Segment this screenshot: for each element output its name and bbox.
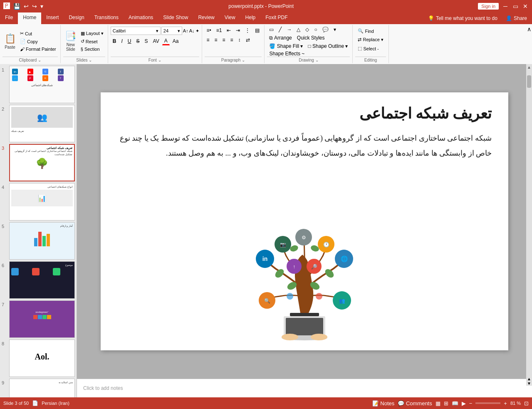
slide-item-8[interactable]: 8 Aol. [2,340,75,377]
close-button[interactable]: ✕ [522,3,529,10]
slide-item-7[interactable]: 7 sixdegrees° [2,300,75,338]
font-case-button[interactable]: Aa [171,37,181,45]
scroll-thumb[interactable] [527,75,531,88]
redo-icon[interactable]: ↪ [31,2,38,10]
increase-indent-button[interactable]: ⇥ [234,27,242,34]
italic-button[interactable]: I [119,37,125,45]
slide-thumb-5[interactable]: آمار و ارقام [9,222,75,260]
slide-sorter-button[interactable]: ⊞ [444,400,448,407]
reset-button[interactable]: ↺ Reset [79,38,105,45]
tab-help[interactable]: Help [240,12,261,24]
text-direction-button[interactable]: ⇄ [244,36,252,44]
notes-area[interactable]: Click to add notes [77,379,532,397]
tab-foxit[interactable]: Foxit PDF [260,12,292,24]
shape-arrow-icon[interactable]: → [285,26,294,33]
increase-font-button[interactable]: A↑ [183,28,188,33]
comments-button[interactable]: 💬 Comments [398,400,432,407]
shape-callout-icon[interactable]: 💬 [320,26,331,33]
justify-button[interactable]: ≡ [228,36,235,44]
slide-thumb-6[interactable]: موضوع [9,261,75,299]
quick-styles-button[interactable]: Quick Styles [295,34,327,42]
sign-in-button[interactable]: Sign in [478,3,499,10]
find-button[interactable]: 🔍 Find [355,27,386,35]
slide-title[interactable]: تعریف شبکه اجتماعی [117,105,492,122]
align-left-button[interactable]: ≡ [205,36,212,44]
normal-view-button[interactable]: ▦ [435,400,440,407]
tell-me-bar[interactable]: 💡 Tell me what you want to do [425,12,501,24]
font-size-selector[interactable]: 24▾ [161,27,182,35]
scroll-up-arrow[interactable]: ▲ [526,64,532,70]
slide-item-1[interactable]: 1 in ▶ G f 🐦 P R T شبکه‌های اجتماعی [2,66,75,103]
collapse-ribbon-button[interactable]: ∧ [526,25,532,63]
layout-button[interactable]: ▦ Layout ▾ [79,30,105,37]
arrange-button[interactable]: ⧉ Arrange [267,34,294,42]
restore-button[interactable]: ▭ [512,3,519,10]
shape-triangle-icon[interactable]: △ [294,26,302,33]
fit-slide-button[interactable]: ⊡ [524,400,529,407]
new-slide-button[interactable]: 📑 NewSlide [63,30,78,53]
reading-view-button[interactable]: 📖 [452,400,458,407]
paste-button[interactable]: 📋 Paste [2,30,17,53]
select-button[interactable]: ⬚ Select - [355,45,386,52]
bold-button[interactable]: B [111,37,119,45]
slide-item-9[interactable]: 9 متن اسلاید نه [2,379,75,397]
slide-item-2[interactable]: 2 👥 تعریف شبکه [2,105,75,142]
cut-button[interactable]: ✂ Cut [18,30,58,37]
tab-home[interactable]: Home [18,12,41,24]
strikethrough-button[interactable]: S [134,37,142,45]
char-spacing-button[interactable]: AV [151,37,161,45]
tab-animations[interactable]: Animations [124,12,158,24]
shape-oval-icon[interactable]: ○ [312,26,319,33]
vertical-scrollbar[interactable]: ▲ ▼ [526,64,532,386]
replace-button[interactable]: ⇄ Replace ▾ [355,36,386,43]
tab-transitions[interactable]: Transitions [89,12,124,24]
notes-button[interactable]: 📝 Notes [372,400,395,407]
slide-item-5[interactable]: 5 آمار و ارقام [2,222,75,260]
slide-body-text[interactable]: شبکه اجتماعی ساختاری اجتماعی است که از گ… [117,131,492,161]
zoom-out-button[interactable]: − [469,400,473,407]
share-button[interactable]: 👤 Share [501,12,532,24]
shape-rect-icon[interactable]: ▭ [267,26,276,33]
format-painter-button[interactable]: 🖌 Format Painter [18,46,58,52]
slide-thumb-4[interactable]: انواع شبکه‌های اجتماعی 📊 [9,183,75,221]
columns-button[interactable]: ▤ [253,27,262,34]
tab-slideshow[interactable]: Slide Show [158,12,193,24]
decrease-font-button[interactable]: A↓ [189,28,195,33]
align-right-button[interactable]: ≡ [220,36,228,44]
minimize-button[interactable]: ─ [502,3,509,10]
copy-button[interactable]: 📄 Copy [18,38,58,45]
shapes-more-icon[interactable]: ▾ [332,26,338,33]
slideshow-button[interactable]: ▶ [462,400,466,407]
next-slide-icon[interactable]: ▼ [527,381,531,386]
shape-outline-button[interactable]: □ Shape Outline ▾ [306,42,350,50]
slide-thumb-2[interactable]: 👥 تعریف شبکه [9,105,75,142]
shadow-button[interactable]: S [143,37,150,45]
shape-fill-button[interactable]: 🪣 Shape Fill ▾ [267,42,305,50]
shape-diamond-icon[interactable]: ◇ [303,26,311,33]
align-center-button[interactable]: ≡ [213,36,220,44]
tab-insert[interactable]: Insert [41,12,64,24]
clear-formatting-button[interactable]: ✦ [195,28,199,34]
slide-thumb-1[interactable]: in ▶ G f 🐦 P R T شبکه‌های اجتماعی [9,66,75,103]
zoom-slider[interactable] [475,402,500,404]
slide-thumb-8[interactable]: Aol. [9,340,75,377]
tab-file[interactable]: File [0,12,18,24]
slide-item-6[interactable]: 6 موضوع [2,261,75,299]
slide-item-4[interactable]: 4 انواع شبکه‌های اجتماعی 📊 [2,183,75,221]
shape-line-icon[interactable]: ╱ [277,26,284,33]
decrease-indent-button[interactable]: ⇤ [225,27,233,34]
tab-view[interactable]: View [220,12,240,24]
section-button[interactable]: § Section [79,46,105,52]
font-color-button[interactable]: A [162,37,170,45]
undo-icon[interactable]: ↩ [23,2,30,10]
slide-thumb-9[interactable]: متن اسلاید نه [9,379,75,397]
prev-slide-icon[interactable]: ▲ [527,377,531,381]
slide-thumb-7[interactable]: sixdegrees° [9,300,75,338]
tab-design[interactable]: Design [64,12,89,24]
smartart-button[interactable]: ⋮ [243,27,252,34]
save-icon[interactable]: 💾 [12,2,21,10]
underline-button[interactable]: U [126,37,134,45]
slide-thumb-3[interactable]: تعریف شبکه اجتماعی شبکه اجتماعی ساختاری … [9,144,75,181]
numbering-button[interactable]: ≡1 [214,27,224,34]
slide-canvas[interactable]: تعریف شبکه اجتماعی شبکه اجتماعی ساختاری … [101,92,508,350]
